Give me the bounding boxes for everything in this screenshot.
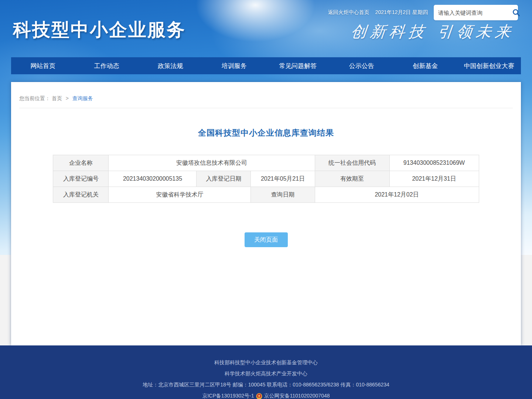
main-navigation: 网站首页 工作动态 政策法规 培训服务 常见问题解答 公示公告 创新基金 中国创… [11,57,521,74]
search-icon [512,8,521,17]
label-registration-authority: 入库登记机关 [53,187,109,203]
label-registration-number: 入库登记编号 [53,171,109,187]
label-company-name: 企业名称 [53,155,109,171]
value-registration-number: 202134030200005135 [109,171,197,187]
nav-item-announcements[interactable]: 公示公告 [330,57,394,74]
footer-record-line: 京ICP备13019302号-1 京公网安备11010202007048 [0,390,532,399]
police-record-link[interactable]: 京公网安备11010202007048 [264,390,330,399]
breadcrumb-separator: > [66,95,69,101]
header-top-bar: 返回火炬中心首页 2021年12月2日 星期四 [328,5,518,20]
police-badge-icon [256,392,263,399]
footer-org-line-2: 科学技术部火炬高技术产业开发中心 [0,368,532,379]
slogan-calligraphy: 创新科技引领未来 [350,21,515,42]
nav-item-faq[interactable]: 常见问题解答 [266,57,330,74]
value-company-name: 安徽塔孜信息技术有限公司 [109,155,315,171]
close-page-button[interactable]: 关闭页面 [245,232,288,247]
search-input[interactable] [438,10,512,16]
breadcrumb-home-link[interactable]: 首页 [52,95,62,101]
search-box [434,5,518,20]
footer-address-line: 地址：北京市西城区三里河二区甲18号 邮编：100045 联系电话：010-88… [0,379,532,390]
current-date: 2021年12月2日 星期四 [375,9,428,16]
page: 科技型中小企业服务 返回火炬中心首页 2021年12月2日 星期四 创新科技引领… [0,0,532,399]
query-result-table: 企业名称 安徽塔孜信息技术有限公司 统一社会信用代码 9134030008523… [53,155,479,203]
breadcrumb-prefix: 您当前位置： [19,95,50,101]
table-row: 企业名称 安徽塔孜信息技术有限公司 统一社会信用代码 9134030008523… [53,155,479,171]
value-valid-until: 2021年12月31日 [389,171,479,187]
icp-record-link[interactable]: 京ICP备13019302号-1 [202,390,254,399]
breadcrumb-current-link[interactable]: 查询服务 [72,95,93,101]
site-logo: 科技型中小企业服务 [13,18,186,42]
label-credit-code: 统一社会信用代码 [315,155,389,171]
return-torch-center-link[interactable]: 返回火炬中心首页 [328,9,369,16]
footer-org-line-1: 科技部科技型中小企业技术创新基金管理中心 [0,357,532,368]
table-row: 入库登记机关 安徽省科学技术厅 查询日期 2021年12月02日 [53,187,479,203]
value-registration-date: 2021年05月21日 [251,171,315,187]
search-button[interactable] [512,7,521,18]
label-valid-until: 有效期至 [315,171,389,187]
breadcrumb: 您当前位置： 首页 > 查询服务 [19,82,513,108]
page-title: 全国科技型中小企业信息库查询结果 [11,127,521,139]
nav-item-innovation-fund[interactable]: 创新基金 [393,57,457,74]
nav-item-home[interactable]: 网站首页 [11,57,75,74]
value-query-date: 2021年12月02日 [315,187,479,203]
nav-item-work-news[interactable]: 工作动态 [75,57,139,74]
nav-item-policies[interactable]: 政策法规 [139,57,202,74]
table-row: 入库登记编号 202134030200005135 入库登记日期 2021年05… [53,171,479,187]
site-header: 科技型中小企业服务 返回火炬中心首页 2021年12月2日 星期四 创新科技引领… [0,0,532,57]
nav-item-competition[interactable]: 中国创新创业大赛 [457,57,521,74]
label-registration-date: 入库登记日期 [197,171,251,187]
content-panel: 您当前位置： 首页 > 查询服务 全国科技型中小企业信息库查询结果 企业名称 安… [11,82,521,345]
label-query-date: 查询日期 [251,187,315,203]
site-footer: 科技部科技型中小企业技术创新基金管理中心 科学技术部火炬高技术产业开发中心 地址… [0,345,532,399]
nav-item-training[interactable]: 培训服务 [202,57,266,74]
value-credit-code: 91340300085231069W [389,155,479,171]
value-registration-authority: 安徽省科学技术厅 [109,187,251,203]
